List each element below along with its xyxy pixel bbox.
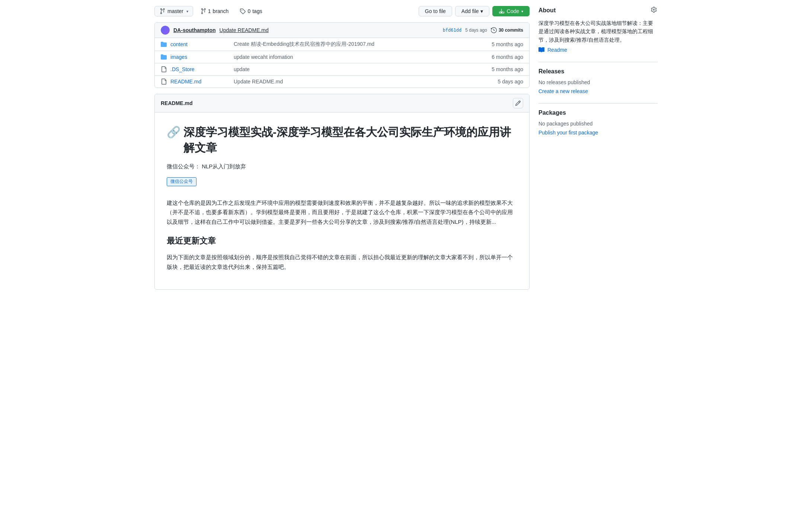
avatar: [161, 26, 170, 35]
readme-header: README.md: [155, 94, 529, 112]
readme-filename: README.md: [161, 100, 193, 106]
branch-selector[interactable]: master ▾: [154, 6, 193, 16]
gear-icon: [651, 7, 657, 13]
download-icon: [499, 8, 505, 14]
commit-time: 5 days ago: [465, 28, 487, 33]
packages-header: Packages: [538, 109, 658, 116]
add-file-button[interactable]: Add file ▾: [455, 6, 489, 16]
commit-row: DA-southampton Update README.md bfd61dd …: [155, 23, 529, 38]
releases-header: Releases: [538, 68, 658, 75]
history-icon: [491, 27, 497, 33]
branch-count: 1: [208, 8, 211, 14]
readme-para2: 因为下面的文章是按照领域划分的，顺序是按照我自己觉得不错的文章在前面，所以担心我…: [167, 253, 517, 272]
file-icon: [161, 66, 167, 72]
chevron-down-icon: ▾: [186, 9, 188, 13]
branches-icon: [200, 8, 206, 14]
branch-icon: [159, 8, 165, 14]
wechat-image: 微信公众号: [167, 177, 196, 186]
gear-button[interactable]: [650, 6, 658, 15]
releases-title: Releases: [538, 68, 564, 75]
commit-message[interactable]: Update README.md: [220, 27, 269, 33]
about-header: About: [538, 6, 658, 15]
branches-link[interactable]: 1 branch: [196, 6, 233, 16]
tag-unit: tags: [252, 8, 262, 14]
wechat-link[interactable]: 微信公众号: [167, 177, 196, 186]
commit-hash[interactable]: bfd61dd: [443, 28, 462, 33]
packages-title: Packages: [538, 109, 566, 116]
file-row: .DS_Store update 5 months ago: [155, 63, 529, 76]
file-commit: Update README.md: [234, 79, 467, 85]
file-commit: update wecaht infomation: [234, 54, 467, 60]
file-time: 6 months ago: [471, 54, 523, 60]
no-releases-text: No releases published: [538, 79, 658, 85]
readme-label: Readme: [547, 47, 567, 53]
file-icon: [161, 79, 167, 85]
file-time: 5 days ago: [471, 79, 523, 85]
about-title: About: [538, 7, 556, 14]
file-row: content Create 精读-Embedding技术在民宿推荐中的应用-2…: [155, 38, 529, 51]
file-name[interactable]: .DS_Store: [170, 66, 230, 72]
tags-link[interactable]: 0 tags: [236, 6, 266, 16]
file-row: images update wecaht infomation 6 months…: [155, 51, 529, 63]
branch-unit: branch: [213, 8, 229, 14]
folder-icon: [161, 41, 167, 47]
commit-history: 30 commits: [491, 27, 523, 33]
readme-para1: 建这个仓库的是因为工作之后发现生产环境中应用的模型需要做到速度和效果的平衡，并不…: [167, 198, 517, 227]
about-text: 深度学习模型在各大公司实战落地细节解读：主要是通过阅读各种实战文章，梳理模型落地…: [538, 19, 658, 44]
file-row: README.md Update README.md 5 days ago: [155, 76, 529, 88]
create-release-link[interactable]: Create a new release: [538, 88, 588, 94]
tag-icon: [240, 8, 246, 14]
sidebar: About 深度学习模型在各大公司实战落地细节解读：主要是通过阅读各种实战文章，…: [538, 6, 658, 290]
file-time: 5 months ago: [471, 66, 523, 72]
divider: [538, 62, 658, 62]
heading-anchor-icon[interactable]: 🔗: [167, 124, 180, 140]
packages-section: Packages No packages published Publish y…: [538, 109, 658, 136]
file-commit: update: [234, 66, 467, 72]
file-commit: Create 精读-Embedding技术在民宿推荐中的应用-201907.md: [234, 41, 467, 48]
file-time: 5 months ago: [471, 41, 523, 47]
readme-h2: 最近更新文章: [167, 235, 517, 247]
commit-author[interactable]: DA-southampton: [173, 27, 216, 33]
readme-h1: 🔗 深度学习模型实战-深度学习模型在各大公司实际生产环境的应用讲解文章: [167, 124, 517, 156]
pencil-icon: [515, 100, 521, 106]
file-name[interactable]: README.md: [170, 79, 230, 85]
readme-link[interactable]: Readme: [538, 47, 658, 53]
toolbar: master ▾ 1 branch 0 tags Go to file: [154, 6, 530, 16]
code-button[interactable]: Code ▾: [492, 6, 530, 16]
divider: [538, 103, 658, 104]
book-icon: [538, 47, 544, 53]
releases-section: Releases No releases published Create a …: [538, 68, 658, 94]
no-packages-text: No packages published: [538, 121, 658, 127]
readme-content: 🔗 深度学习模型实战-深度学习模型在各大公司实际生产环境的应用讲解文章 微信公众…: [155, 112, 529, 289]
publish-package-link[interactable]: Publish your first package: [538, 130, 598, 136]
wechat-label: 微信公众号： NLP从入门到放弃: [167, 162, 517, 171]
chevron-down-icon: ▾: [521, 9, 523, 13]
chevron-down-icon: ▾: [480, 8, 483, 14]
readme-container: README.md 🔗 深度学习模型实战-深度学习模型在各大公司实际生产环境的应…: [154, 94, 530, 290]
file-name[interactable]: images: [170, 54, 230, 60]
file-table: DA-southampton Update README.md bfd61dd …: [154, 22, 530, 88]
commits-count[interactable]: 30 commits: [499, 28, 523, 33]
folder-icon: [161, 54, 167, 60]
about-section: About 深度学习模型在各大公司实战落地细节解读：主要是通过阅读各种实战文章，…: [538, 6, 658, 53]
file-name[interactable]: content: [170, 41, 230, 47]
branch-label: master: [167, 8, 183, 14]
edit-readme-button[interactable]: [513, 98, 523, 108]
tag-count: 0: [247, 8, 250, 14]
go-to-file-button[interactable]: Go to file: [419, 6, 452, 16]
